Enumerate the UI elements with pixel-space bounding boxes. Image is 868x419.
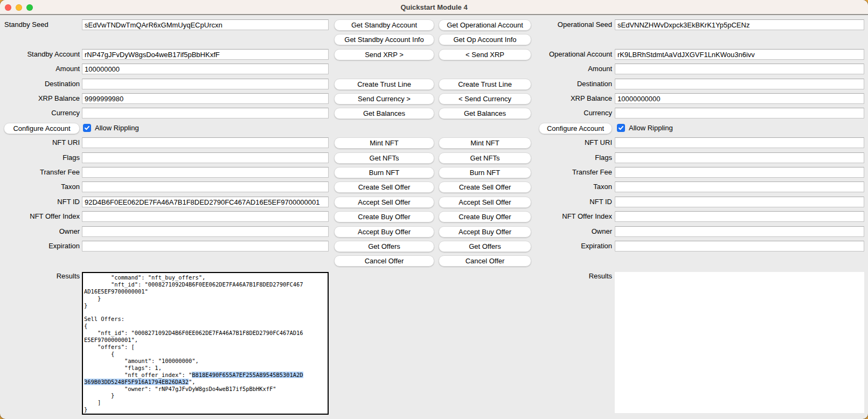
get-standby-account-info-button[interactable]: Get Standby Account Info [334,34,434,45]
operational-owner-input[interactable] [615,226,864,237]
operational-taxon-label: Taxon [533,181,612,192]
operational-create-buy-offer-button[interactable]: Create Buy Offer [439,211,531,222]
operational-taxon-input[interactable] [615,181,864,192]
standby-taxon-label: Taxon [0,181,80,192]
operational-create-trust-line-button[interactable]: Create Trust Line [439,79,531,90]
standby-seed-label: Standby Seed [0,19,80,30]
standby-configure-account-button[interactable]: Configure Account [4,123,80,134]
operational-send-xrp-button[interactable]: < Send XRP [439,49,531,60]
standby-results-textarea[interactable]: "command": "nft_buy_offers", "nft_id": "… [82,272,329,415]
standby-allow-rippling-checkbox[interactable] [83,124,91,132]
operational-amount-label: Amount [533,64,612,74]
standby-taxon-input[interactable] [82,181,329,192]
operational-transfer-fee-input[interactable] [615,167,864,178]
standby-nft-uri-input[interactable] [82,137,329,148]
operational-expiration-label: Expiration [533,241,612,252]
operational-amount-input[interactable] [615,64,864,74]
standby-flags-label: Flags [0,152,80,163]
operational-xrp-balance-input[interactable] [615,93,864,104]
operational-cancel-offer-button[interactable]: Cancel Offer [439,255,531,267]
standby-create-sell-offer-button[interactable]: Create Sell Offer [334,181,434,193]
standby-transfer-fee-label: Transfer Fee [0,167,80,178]
operational-currency-input[interactable] [615,108,864,118]
get-standby-account-button[interactable]: Get Standby Account [334,19,434,31]
standby-create-buy-offer-button[interactable]: Create Buy Offer [334,211,434,222]
standby-nft-id-input[interactable] [82,197,329,207]
operational-get-nfts-button[interactable]: Get NFTs [439,152,531,164]
get-operational-account-button[interactable]: Get Operational Account [439,19,531,31]
standby-destination-input[interactable] [82,79,329,89]
operational-destination-label: Destination [533,79,612,89]
standby-send-currency-button[interactable]: Send Currency > [334,93,434,104]
operational-results-textarea[interactable] [615,272,864,413]
standby-nft-id-label: NFT ID [0,197,80,207]
standby-owner-input[interactable] [82,226,329,237]
standby-owner-label: Owner [0,226,80,237]
check-icon [618,125,624,131]
window-title: Quickstart Module 4 [0,0,868,14]
operational-expiration-input[interactable] [615,241,864,252]
standby-send-xrp-button[interactable]: Send XRP > [334,49,434,60]
operational-flags-label: Flags [533,152,612,163]
standby-burn-nft-button[interactable]: Burn NFT [334,167,434,178]
standby-get-balances-button[interactable]: Get Balances [334,108,434,119]
operational-get-offers-button[interactable]: Get Offers [439,241,531,252]
standby-mint-nft-button[interactable]: Mint NFT [334,137,434,149]
operational-nft-offer-index-input[interactable] [615,211,864,222]
standby-nft-offer-index-input[interactable] [82,211,329,222]
operational-nft-uri-input[interactable] [615,137,864,148]
standby-nft-uri-label: NFT URI [0,137,80,148]
operational-burn-nft-button[interactable]: Burn NFT [439,167,531,178]
operational-send-currency-button[interactable]: < Send Currency [439,93,531,104]
standby-seed-input[interactable] [82,19,329,30]
operational-account-input[interactable] [615,49,864,60]
standby-amount-input[interactable] [82,64,329,74]
standby-nft-offer-index-label: NFT Offer Index [0,211,80,222]
operational-nft-id-label: NFT ID [533,197,612,207]
standby-currency-label: Currency [0,108,80,118]
operational-create-sell-offer-button[interactable]: Create Sell Offer [439,181,531,193]
standby-allow-rippling-label: Allow Rippling [95,123,139,134]
standby-xrp-balance-input[interactable] [82,93,329,104]
check-icon [84,125,90,131]
standby-transfer-fee-input[interactable] [82,167,329,178]
standby-currency-input[interactable] [82,108,329,118]
operational-seed-input[interactable] [615,19,864,30]
standby-flags-input[interactable] [82,152,329,163]
operational-accept-buy-offer-button[interactable]: Accept Buy Offer [439,226,531,238]
standby-expiration-input[interactable] [82,241,329,252]
operational-currency-label: Currency [533,108,612,118]
standby-results-label: Results [0,271,80,282]
app-window: Quickstart Module 4 Standby Seed Standby… [0,0,868,419]
operational-get-balances-button[interactable]: Get Balances [439,108,531,119]
operational-owner-label: Owner [533,226,612,237]
standby-amount-label: Amount [0,64,80,74]
standby-account-label: Standby Account [0,49,80,60]
operational-destination-input[interactable] [615,79,864,89]
standby-cancel-offer-button[interactable]: Cancel Offer [334,255,434,267]
window-titlebar[interactable]: Quickstart Module 4 [0,0,868,15]
standby-expiration-label: Expiration [0,241,80,252]
operational-transfer-fee-label: Transfer Fee [533,167,612,178]
operational-nft-id-input[interactable] [615,197,864,207]
operational-flags-input[interactable] [615,152,864,163]
standby-accept-sell-offer-button[interactable]: Accept Sell Offer [334,197,434,208]
operational-xrp-balance-label: XRP Balance [533,93,612,104]
operational-mint-nft-button[interactable]: Mint NFT [439,137,531,149]
operational-accept-sell-offer-button[interactable]: Accept Sell Offer [439,197,531,208]
standby-accept-buy-offer-button[interactable]: Accept Buy Offer [334,226,434,238]
standby-destination-label: Destination [0,79,80,89]
standby-results-text: "command": "nft_buy_offers", "nft_id": "… [83,273,328,414]
standby-get-offers-button[interactable]: Get Offers [334,241,434,252]
operational-results-label: Results [533,271,612,282]
operational-allow-rippling-checkbox[interactable] [617,124,625,132]
operational-account-label: Operational Account [533,49,612,60]
standby-create-trust-line-button[interactable]: Create Trust Line [334,79,434,90]
standby-get-nfts-button[interactable]: Get NFTs [334,152,434,164]
get-op-account-info-button[interactable]: Get Op Account Info [439,34,531,45]
standby-account-input[interactable] [82,49,329,60]
operational-configure-account-button[interactable]: Configure Account [539,123,612,134]
operational-seed-label: Operational Seed [533,19,612,30]
operational-allow-rippling-label: Allow Rippling [629,123,673,134]
operational-nft-offer-index-label: NFT Offer Index [533,211,612,222]
